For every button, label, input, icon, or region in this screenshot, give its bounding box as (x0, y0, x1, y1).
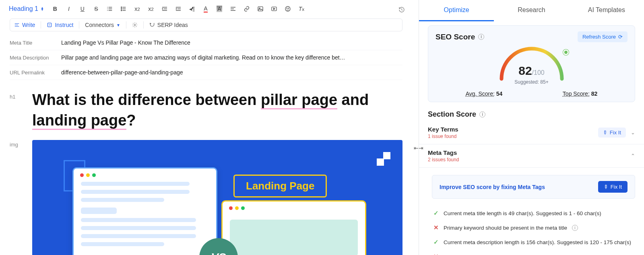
info-icon[interactable]: i (479, 111, 485, 117)
refresh-icon: ⟳ (618, 34, 623, 40)
underline-button[interactable]: U (77, 3, 88, 14)
history-button[interactable] (396, 4, 407, 15)
key-terms-title: Key Terms (428, 126, 458, 133)
url-permalink-row[interactable]: URL Permalink difference-between-pillar-… (10, 65, 402, 80)
wand-icon: ✎ (601, 129, 609, 136)
strikethrough-button[interactable]: S (91, 3, 102, 14)
ordered-list-button[interactable] (104, 3, 116, 14)
chevron-down-icon: ⌄ (631, 130, 635, 136)
serp-ideas-button[interactable]: SERP Ideas (149, 22, 188, 28)
key-terms-issues: 1 issue found (428, 134, 458, 139)
check-text: Primary keyword should be present in the… (444, 225, 567, 231)
separator (126, 21, 126, 29)
document-h1[interactable]: What is the difference between pillar pa… (32, 90, 402, 131)
highlight-color-button[interactable]: A (214, 3, 225, 14)
meta-title-value[interactable]: Landing Page Vs Pillar Page - Know The D… (61, 39, 402, 46)
check-row: ✕ Primary/Secondary keyword(s) should be… (433, 249, 635, 255)
check-fail-icon: ✕ (433, 224, 439, 231)
editor-pane: Heading 1 ▲▼ B I U S x2 x2 ◂¶ A A Tx (0, 0, 419, 255)
svg-point-0 (121, 7, 122, 8)
seo-panel: Optimize Research AI Templates SEO Score… (419, 0, 644, 255)
chevron-down-icon: ▼ (116, 23, 120, 27)
score-gauge: 82/100 Suggested: 85+ (436, 45, 627, 85)
connectors-dropdown[interactable]: Connectors ▼ (85, 22, 120, 28)
refresh-label: Refresh Score (582, 34, 616, 40)
meta-tags-fix-button[interactable]: ✎ Fix It (598, 181, 627, 193)
meta-tag-checks: ✓ Current meta title length is 49 char(s… (419, 204, 644, 255)
info-icon[interactable]: i (572, 225, 578, 231)
tab-optimize[interactable]: Optimize (419, 0, 494, 21)
video-button[interactable] (268, 3, 280, 14)
svg-point-1 (121, 8, 122, 9)
check-row: ✕ Primary keyword should be present in t… (433, 220, 635, 235)
image-button[interactable] (255, 3, 266, 14)
svg-rect-3 (258, 7, 263, 11)
instruct-button[interactable]: Instruct (47, 22, 73, 28)
meta-description-value[interactable]: Pillar page and landing page are two ama… (61, 54, 402, 61)
clear-format-button[interactable]: Tx (296, 3, 307, 14)
check-text: Current meta title length is 49 char(s).… (444, 210, 601, 216)
connectors-label: Connectors (85, 22, 114, 28)
italic-button[interactable]: I (63, 3, 74, 14)
write-button[interactable]: Write (14, 22, 35, 28)
section-meta-tags[interactable]: Meta Tags 2 issues found ⌃ (419, 144, 644, 168)
superscript-button[interactable]: x2 (145, 3, 157, 14)
landing-page-label: Landing Page (233, 175, 327, 197)
unordered-list-button[interactable] (118, 3, 129, 14)
seo-score-card: SEO Score i Refresh Score ⟳ (428, 25, 635, 102)
align-button[interactable] (227, 3, 239, 14)
text-color-button[interactable]: A (200, 3, 211, 14)
svg-point-10 (134, 24, 136, 26)
bold-button[interactable]: B (50, 3, 61, 14)
meta-title-label: Meta Title (10, 40, 61, 46)
improve-callout: Improve SEO score by fixing Meta Tags ✎ … (432, 175, 635, 199)
settings-button[interactable] (132, 22, 138, 28)
wand-icon: ✎ (602, 183, 609, 190)
meta-fields: Meta Title Landing Page Vs Pillar Page -… (2, 35, 411, 80)
refresh-score-button[interactable]: Refresh Score ⟳ (578, 31, 627, 42)
avg-score-value: 54 (496, 90, 503, 97)
check-fail-icon: ✕ (433, 253, 439, 255)
meta-title-row[interactable]: Meta Title Landing Page Vs Pillar Page -… (10, 35, 402, 50)
svg-point-2 (121, 10, 122, 11)
url-permalink-label: URL Permalink (10, 70, 61, 76)
tab-ai-templates[interactable]: AI Templates (569, 0, 644, 21)
check-ok-icon: ✓ (433, 239, 439, 246)
tab-research[interactable]: Research (494, 0, 569, 21)
highlight-pillar-page: pillar page (261, 91, 337, 109)
chevron-up-icon: ⌃ (631, 153, 635, 159)
avg-score-label: Avg. Score: (466, 90, 495, 97)
key-terms-fix-button[interactable]: ✎ Fix It (598, 128, 626, 138)
emoji-button[interactable] (282, 3, 293, 14)
brand-logo-icon (377, 152, 390, 166)
svg-point-8 (288, 8, 289, 8)
gauge-knob (563, 49, 569, 55)
svg-point-6 (285, 6, 290, 11)
ai-toolbar: Write Instruct Connectors ▼ SERP Ideas (10, 19, 402, 31)
img-gutter-tag: img (10, 140, 26, 148)
subscript-button[interactable]: x2 (132, 3, 143, 14)
updown-icon: ▲▼ (41, 7, 44, 11)
outdent-button[interactable] (159, 3, 170, 14)
top-score-label: Top Score: (563, 90, 590, 97)
section-key-terms[interactable]: Key Terms 1 issue found ✎ Fix It ⌄ (419, 121, 644, 144)
link-button[interactable] (241, 3, 252, 14)
heading-level-select[interactable]: Heading 1 ▲▼ (6, 4, 47, 14)
url-permalink-value[interactable]: difference-between-pillar-page-and-landi… (61, 69, 402, 76)
indent-button[interactable] (173, 3, 184, 14)
meta-description-label: Meta Description (10, 55, 61, 61)
meta-description-row[interactable]: Meta Description Pillar page and landing… (10, 50, 402, 65)
top-score-value: 82 (591, 90, 598, 97)
pane-splitter-handle[interactable]: ⇤⇥ (414, 145, 423, 151)
seo-score-title: SEO Score (436, 33, 475, 41)
improve-text: Improve SEO score by fixing Meta Tags (440, 184, 545, 190)
info-icon[interactable]: i (478, 34, 484, 40)
instruct-label: Instruct (55, 22, 73, 28)
check-text: Primary/Secondary keyword(s) should be p… (444, 254, 619, 255)
separator (41, 21, 41, 29)
text-direction-button[interactable]: ◂¶ (186, 3, 198, 14)
feature-image[interactable]: Landing Page VS (32, 140, 402, 255)
heading-level-label: Heading 1 (9, 5, 38, 12)
pillar-page-mock (72, 167, 217, 255)
check-text: Current meta description length is 156 c… (444, 239, 631, 245)
